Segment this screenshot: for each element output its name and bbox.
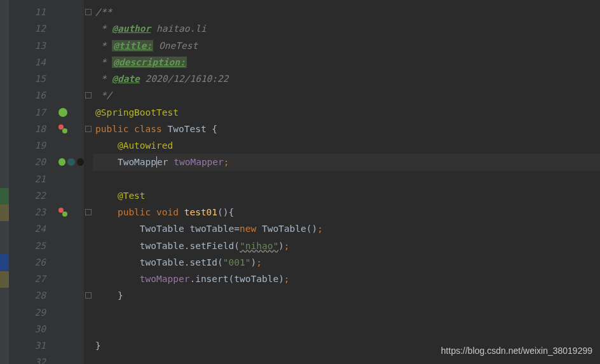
code-line: */ xyxy=(93,87,600,104)
marker-green xyxy=(0,188,9,205)
line-number[interactable]: 32 xyxy=(9,354,46,364)
line-number[interactable]: 21 xyxy=(9,171,46,187)
code-line xyxy=(93,321,600,337)
bean-icon xyxy=(58,158,65,166)
code-line: @Autowired xyxy=(93,137,600,154)
related-icon xyxy=(77,158,84,166)
marker-yellow xyxy=(0,271,9,288)
code-editor: 11 12 13 14 15 16 17 18 19 20 21 22 23 2… xyxy=(0,0,600,364)
line-number[interactable]: 25 xyxy=(9,238,46,254)
code-line: * @date 2020/12/1610:22 xyxy=(93,71,600,87)
fold-open-icon xyxy=(85,9,92,15)
marker-yellow xyxy=(0,205,9,221)
marker-blue[interactable] xyxy=(0,254,9,271)
watermark-text: https://blog.csdn.net/weixin_38019299 xyxy=(441,342,592,359)
line-number[interactable]: 24 xyxy=(9,220,46,237)
line-number[interactable]: 20 xyxy=(9,154,46,170)
line-number[interactable]: 31 xyxy=(9,337,46,354)
fold-handle[interactable] xyxy=(84,287,93,304)
fold-end-icon xyxy=(85,292,92,299)
line-number[interactable]: 15 xyxy=(9,71,46,87)
spring-gutter-icon[interactable] xyxy=(55,104,84,121)
line-number[interactable]: 22 xyxy=(9,187,46,204)
code-line: } xyxy=(93,287,600,304)
line-number[interactable]: 14 xyxy=(9,54,46,71)
fold-handle[interactable] xyxy=(84,4,93,20)
code-line: twoTable.setField("nihao"); xyxy=(93,238,600,254)
fold-end-icon xyxy=(85,92,92,98)
code-line: @Test xyxy=(93,187,600,204)
fold-open-icon xyxy=(85,126,92,132)
code-line: @SpringBootTest xyxy=(93,104,600,121)
line-number[interactable]: 26 xyxy=(9,254,46,271)
line-number[interactable]: 11 xyxy=(9,4,46,20)
line-number[interactable]: 30 xyxy=(9,321,46,337)
code-line xyxy=(93,171,600,187)
spring-leaf-icon xyxy=(58,108,67,117)
fold-handle[interactable] xyxy=(84,121,93,137)
mapper-icon xyxy=(67,158,74,166)
run-test-class-icon[interactable] xyxy=(55,121,84,137)
code-line: twoTable.setId("001"); xyxy=(93,254,600,271)
left-indicator-panel xyxy=(0,0,9,364)
line-number[interactable]: 12 xyxy=(9,20,46,37)
fold-column xyxy=(84,0,93,364)
code-line: * @author haitao.li xyxy=(93,20,600,37)
fold-open-icon xyxy=(85,209,92,215)
test-run-icon xyxy=(58,125,67,133)
line-number[interactable]: 29 xyxy=(9,304,46,321)
code-line: /** xyxy=(93,4,600,20)
line-number[interactable]: 23 xyxy=(9,204,46,220)
code-area[interactable]: /** * @author haitao.li * @title: OneTes… xyxy=(93,0,600,364)
code-line: * @description: xyxy=(93,54,600,71)
line-number[interactable]: 27 xyxy=(9,271,46,287)
code-line: public class TwoTest { xyxy=(93,121,600,137)
code-line: TwoTable twoTable=new TwoTable(); xyxy=(93,220,600,237)
test-run-icon xyxy=(58,208,67,217)
line-number[interactable]: 19 xyxy=(9,137,46,154)
code-line-current: TwoMapper twoMapper; xyxy=(93,154,600,170)
line-number[interactable]: 13 xyxy=(9,37,46,54)
fold-handle[interactable] xyxy=(84,204,93,220)
bean-gutter-icons[interactable] xyxy=(55,154,84,170)
gutter-icon-column xyxy=(55,0,84,364)
line-number-gutter[interactable]: 11 12 13 14 15 16 17 18 19 20 21 22 23 2… xyxy=(9,0,55,364)
line-number[interactable]: 16 xyxy=(9,87,46,104)
code-line xyxy=(93,304,600,321)
line-number[interactable]: 18 xyxy=(9,121,46,137)
code-line: twoMapper.insert(twoTable); xyxy=(93,271,600,287)
fold-handle[interactable] xyxy=(84,87,93,104)
line-number[interactable]: 28 xyxy=(9,287,46,304)
code-line: public void test01(){ xyxy=(93,204,600,220)
line-number[interactable]: 17 xyxy=(9,104,46,121)
code-line: * @title: OneTest xyxy=(93,37,600,54)
run-test-method-icon[interactable] xyxy=(55,204,84,220)
